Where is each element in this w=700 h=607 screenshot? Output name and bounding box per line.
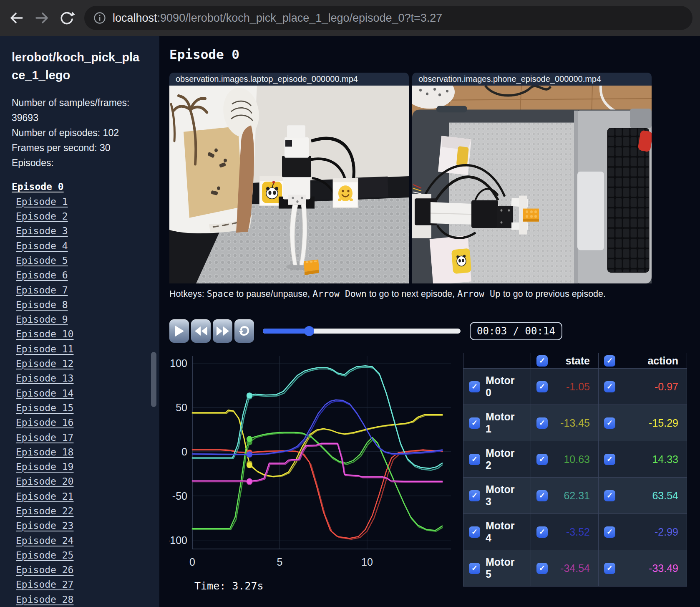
forward-arrow-icon[interactable] [33,10,50,26]
checkbox[interactable] [536,454,548,465]
checkbox[interactable] [604,454,615,465]
back-arrow-icon[interactable] [8,10,25,26]
video-title: observation.images.phone_episode_000000.… [418,74,601,84]
episode-link-episode-7[interactable]: Episode 7 [16,285,68,296]
checkbox[interactable] [469,563,480,574]
fast-forward-button[interactable] [213,319,232,343]
checkbox[interactable] [536,381,548,392]
episode-list-item: Episode 26 [12,563,152,577]
episode-link-episode-18[interactable]: Episode 18 [16,447,73,458]
player-controls: 00:03 / 00:14 [169,319,700,343]
motor-state-value: 62.31 [564,490,590,502]
episode-link-episode-25[interactable]: Episode 25 [16,550,73,561]
rewind-button[interactable] [191,319,211,343]
video-frame-phone[interactable] [412,86,652,283]
episode-link-episode-16[interactable]: Episode 16 [16,417,73,428]
checkbox[interactable] [604,355,615,367]
motor-action-value: 63.54 [652,490,678,502]
episode-link-episode-1[interactable]: Episode 1 [16,196,68,207]
episode-link-episode-23[interactable]: Episode 23 [16,520,73,531]
seek-fill [263,329,309,334]
motor-chart[interactable]: -100-500501000510 [169,353,461,568]
loop-button[interactable] [234,319,254,343]
person [169,86,264,233]
episode-link-episode-21[interactable]: Episode 21 [16,491,73,502]
episode-link-episode-14[interactable]: Episode 14 [16,388,73,399]
checkbox[interactable] [469,454,480,465]
reload-icon[interactable] [58,10,75,26]
y-tick-label: -100 [169,534,187,546]
motor-table: stateactionMotor 0-1.05-0.97Motor 1-13.4… [463,353,687,587]
episode-link-episode-17[interactable]: Episode 17 [16,432,73,443]
video-frame-laptop[interactable] [169,86,409,283]
video-title: observation.images.laptop_episode_000000… [176,74,358,84]
episode-list-item: Episode 28 [12,592,152,607]
seek-thumb[interactable] [304,326,314,336]
episode-link-episode-12[interactable]: Episode 12 [16,358,73,369]
motor-state-value: -3.52 [566,526,590,538]
checkbox[interactable] [536,355,548,367]
episode-link-episode-5[interactable]: Episode 5 [16,255,68,266]
episode-link-episode-8[interactable]: Episode 8 [16,299,68,310]
episode-link-episode-26[interactable]: Episode 26 [16,564,73,575]
episode-link-episode-22[interactable]: Episode 22 [16,506,73,516]
checkbox[interactable] [536,490,548,501]
checkbox[interactable] [469,490,480,501]
episode-list-item: Episode 23 [12,518,152,533]
seek-slider[interactable] [263,329,461,334]
episode-link-episode-3[interactable]: Episode 3 [16,225,68,236]
episode-link-episode-15[interactable]: Episode 15 [16,402,73,413]
current-time-dot [247,451,252,457]
current-time-dot [247,392,252,398]
browser-toolbar: localhost:9090/lerobot/koch_pick_place_1… [0,0,700,36]
episode-list-item: Episode 12 [12,356,152,371]
table-corner-cell [463,353,531,369]
checkbox[interactable] [536,526,548,538]
chart-line-motor-1-state [192,411,442,477]
episode-link-episode-28[interactable]: Episode 28 [16,594,73,605]
checkbox[interactable] [536,563,548,574]
episode-link-episode-6[interactable]: Episode 6 [16,270,68,281]
play-button[interactable] [169,319,189,343]
checkbox[interactable] [604,490,615,501]
episode-list-item: Episode 11 [12,341,152,356]
checkbox[interactable] [604,417,615,429]
x-tick-label: 10 [361,556,373,568]
dataset-info-line: Number of episodes: 102 [12,125,144,140]
motor-row: Motor 1-13.45-15.29 [463,405,687,441]
checkbox[interactable] [469,381,480,392]
checkbox[interactable] [536,417,548,429]
motor-action-value: -15.29 [649,417,678,429]
episode-link-episode-27[interactable]: Episode 27 [16,579,73,590]
electronics [355,177,388,198]
checkbox[interactable] [469,417,480,429]
box-top-left [438,136,471,175]
checkbox[interactable] [604,563,615,574]
sidebar-scrollbar-thumb[interactable] [151,352,156,407]
checkbox[interactable] [469,526,480,538]
address-bar[interactable]: localhost:9090/lerobot/koch_pick_place_1… [84,6,692,30]
episode-list-item: Episode 25 [12,548,152,562]
episode-link-episode-19[interactable]: Episode 19 [16,461,73,472]
motor-state-value: -13.45 [560,417,590,429]
info-circle-icon[interactable] [93,12,106,24]
phone-camera-scene [412,86,652,283]
episode-list-item: Episode 27 [12,577,152,592]
video-panel-laptop: observation.images.laptop_episode_000000… [169,73,409,283]
episode-link-episode-4[interactable]: Episode 4 [16,240,68,251]
episode-link-episode-13[interactable]: Episode 13 [16,373,73,384]
video-title-bar: observation.images.phone_episode_000000.… [412,73,652,86]
episode-list-item: Episode 9 [12,312,152,326]
episode-link-episode-20[interactable]: Episode 20 [16,476,73,487]
episode-link-episode-10[interactable]: Episode 10 [16,329,73,339]
chart-line-motor-4-state [192,401,442,455]
episode-link-episode-9[interactable]: Episode 9 [16,314,68,325]
motor-state-value: -34.54 [560,562,590,574]
episode-link-episode-0[interactable]: Episode 0 [12,181,64,192]
episode-link-episode-2[interactable]: Episode 2 [16,211,68,222]
checkbox[interactable] [604,526,615,538]
huggingface-box [333,178,358,207]
episode-link-episode-24[interactable]: Episode 24 [16,535,73,546]
episode-link-episode-11[interactable]: Episode 11 [16,344,73,354]
checkbox[interactable] [604,381,615,392]
